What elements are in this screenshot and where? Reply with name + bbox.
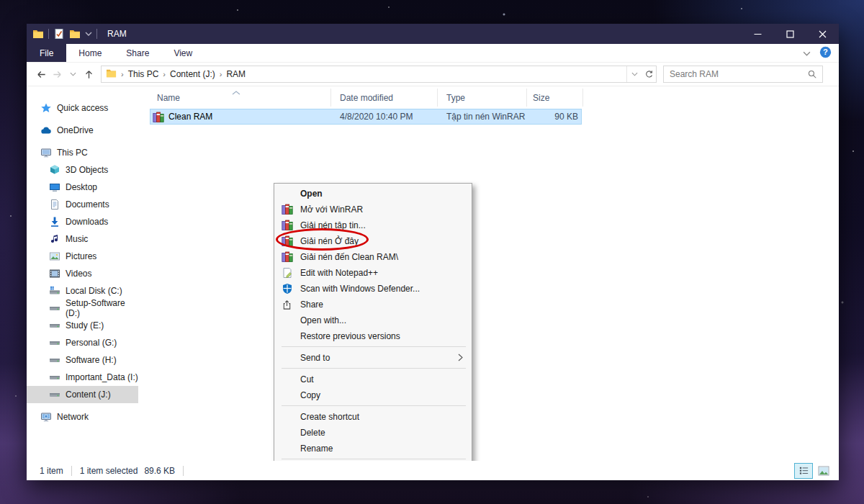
menu-item-restore-previous-versions[interactable]: Restore previous versions bbox=[274, 328, 472, 344]
sidebar-item-content-j[interactable]: Content (J:) bbox=[27, 386, 138, 403]
column-header-type[interactable]: Type bbox=[438, 89, 527, 107]
share-icon bbox=[282, 299, 294, 310]
picture-icon bbox=[49, 251, 60, 262]
menu-item-cut[interactable]: Cut bbox=[274, 372, 472, 387]
menu-item-send-to[interactable]: Send to bbox=[274, 350, 472, 366]
close-button[interactable] bbox=[806, 24, 839, 44]
title-bar: RAM bbox=[27, 24, 839, 44]
details-view-button[interactable] bbox=[794, 463, 813, 479]
menu-item-scan-with-defender[interactable]: Scan with Windows Defender... bbox=[274, 281, 472, 297]
help-icon[interactable]: ? bbox=[819, 46, 832, 60]
svg-text:?: ? bbox=[823, 48, 828, 56]
column-headers: Name Date modified Type Size bbox=[138, 89, 839, 107]
breadcrumb-ram[interactable]: RAM bbox=[226, 69, 246, 79]
new-folder-icon[interactable] bbox=[69, 28, 81, 40]
sidebar-item-setup-software-d[interactable]: Setup-Software (D:) bbox=[27, 300, 138, 317]
sort-ascending-icon bbox=[232, 87, 240, 97]
sidebar-item-software-h[interactable]: Software (H:) bbox=[27, 351, 138, 369]
sidebar-item-3d-objects[interactable]: 3D Objects bbox=[27, 161, 138, 179]
up-button[interactable] bbox=[81, 66, 96, 82]
menu-item-open-with[interactable]: Open with... bbox=[274, 312, 472, 328]
sidebar-item-this-pc[interactable]: This PC bbox=[27, 144, 138, 161]
search-icon[interactable] bbox=[807, 69, 817, 79]
menu-item-extract-to-folder[interactable]: Giải nén đến Clean RAM\ bbox=[274, 249, 472, 265]
menu-item-rename[interactable]: Rename bbox=[274, 441, 472, 456]
column-header-date-modified[interactable]: Date modified bbox=[331, 89, 438, 107]
sidebar-item-personal-g[interactable]: Personal (G:) bbox=[27, 334, 138, 351]
thumbnails-view-button[interactable] bbox=[814, 463, 833, 479]
sidebar-item-music[interactable]: Music bbox=[27, 230, 138, 248]
menu-separator bbox=[282, 346, 466, 347]
submenu-arrow-icon bbox=[458, 354, 463, 364]
status-selection: 1 item selected bbox=[80, 466, 138, 476]
back-button[interactable] bbox=[33, 66, 49, 82]
file-size: 90 KB bbox=[554, 112, 578, 122]
sidebar-item-pictures[interactable]: Pictures bbox=[27, 248, 138, 265]
window-title: RAM bbox=[107, 29, 127, 39]
properties-check-icon[interactable] bbox=[53, 28, 65, 40]
qat-customize-chevron-icon[interactable] bbox=[85, 32, 92, 36]
winrar-icon bbox=[282, 204, 294, 215]
menu-item-delete[interactable]: Delete bbox=[274, 425, 472, 441]
recent-locations-chevron-icon[interactable] bbox=[65, 66, 81, 82]
minimize-button[interactable] bbox=[742, 24, 774, 44]
status-bar: 1 item 1 item selected 89.6 KB bbox=[27, 461, 839, 480]
address-dropdown-chevron-icon[interactable] bbox=[627, 66, 642, 82]
menu-item-open-with-winrar[interactable]: Mở với WinRAR bbox=[274, 202, 472, 217]
address-bar[interactable]: › This PC › Content (J:) › RAM bbox=[101, 66, 657, 83]
breadcrumb-chevron-icon: › bbox=[120, 70, 125, 78]
refresh-icon[interactable] bbox=[642, 66, 656, 82]
explorer-folder-icon bbox=[32, 28, 44, 40]
menu-item-edit-with-notepadpp[interactable]: Edit with Notepad++ bbox=[274, 265, 472, 281]
star-icon bbox=[40, 102, 52, 114]
sidebar-item-local-disk-c[interactable]: Local Disk (C:) bbox=[27, 282, 138, 300]
qat-separator bbox=[96, 29, 97, 39]
breadcrumb-this-pc[interactable]: This PC bbox=[128, 69, 159, 79]
tab-home[interactable]: Home bbox=[66, 44, 114, 62]
menu-item-extract-files[interactable]: Giải nén tập tin... bbox=[274, 217, 472, 233]
menu-item-create-shortcut[interactable]: Create shortcut bbox=[274, 409, 472, 425]
sidebar-item-quick-access[interactable]: Quick access bbox=[27, 99, 138, 117]
column-header-size[interactable]: Size bbox=[527, 89, 583, 107]
music-note-icon bbox=[49, 233, 60, 245]
sidebar-item-videos[interactable]: Videos bbox=[27, 265, 138, 282]
file-row-clean-ram[interactable]: Clean RAM 4/8/2020 10:40 PM Tập tin nén … bbox=[150, 109, 582, 125]
film-icon bbox=[49, 268, 60, 279]
details-view-icon bbox=[798, 465, 809, 476]
drive-os-icon bbox=[49, 285, 60, 297]
sidebar-item-desktop[interactable]: Desktop bbox=[27, 179, 138, 196]
sidebar-item-documents[interactable]: Documents bbox=[27, 196, 138, 213]
search-box[interactable] bbox=[663, 66, 823, 83]
sidebar-item-study-e[interactable]: Study (E:) bbox=[27, 317, 138, 334]
breadcrumb-content-j[interactable]: Content (J:) bbox=[170, 69, 215, 79]
quick-access-toolbar bbox=[27, 28, 97, 40]
drive-icon bbox=[49, 354, 60, 366]
file-type: Tập tin nén WinRAR bbox=[446, 112, 525, 122]
tab-share[interactable]: Share bbox=[114, 44, 161, 62]
menu-item-copy[interactable]: Copy bbox=[274, 387, 472, 403]
sidebar-item-downloads[interactable]: Downloads bbox=[27, 213, 138, 230]
column-header-name[interactable]: Name bbox=[138, 89, 331, 107]
sidebar-item-onedrive[interactable]: OneDrive bbox=[27, 122, 138, 139]
menu-item-open[interactable]: Open bbox=[274, 186, 472, 202]
search-input[interactable] bbox=[664, 69, 807, 79]
forward-button[interactable] bbox=[49, 66, 65, 82]
drive-icon bbox=[49, 320, 60, 331]
sidebar-item-network[interactable]: Network bbox=[27, 408, 138, 426]
document-icon bbox=[49, 199, 60, 210]
menu-item-share[interactable]: Share bbox=[274, 297, 472, 312]
menu-item-extract-here[interactable]: Giải nén Ở đây bbox=[274, 233, 472, 249]
winrar-archive-icon bbox=[153, 112, 164, 125]
tab-file[interactable]: File bbox=[27, 44, 66, 62]
explorer-window: RAM File Home Share View ? bbox=[27, 24, 839, 480]
cloud-icon bbox=[40, 125, 52, 136]
window-controls bbox=[742, 24, 839, 44]
maximize-button[interactable] bbox=[774, 24, 806, 44]
folder-icon bbox=[106, 68, 117, 81]
menu-separator bbox=[282, 368, 466, 369]
qat-separator bbox=[48, 29, 49, 39]
tab-view[interactable]: View bbox=[161, 44, 204, 62]
collapse-ribbon-chevron-icon[interactable] bbox=[803, 48, 811, 58]
status-separator bbox=[71, 466, 72, 476]
sidebar-item-important-data-i[interactable]: Important_Data (I:) bbox=[27, 369, 138, 386]
